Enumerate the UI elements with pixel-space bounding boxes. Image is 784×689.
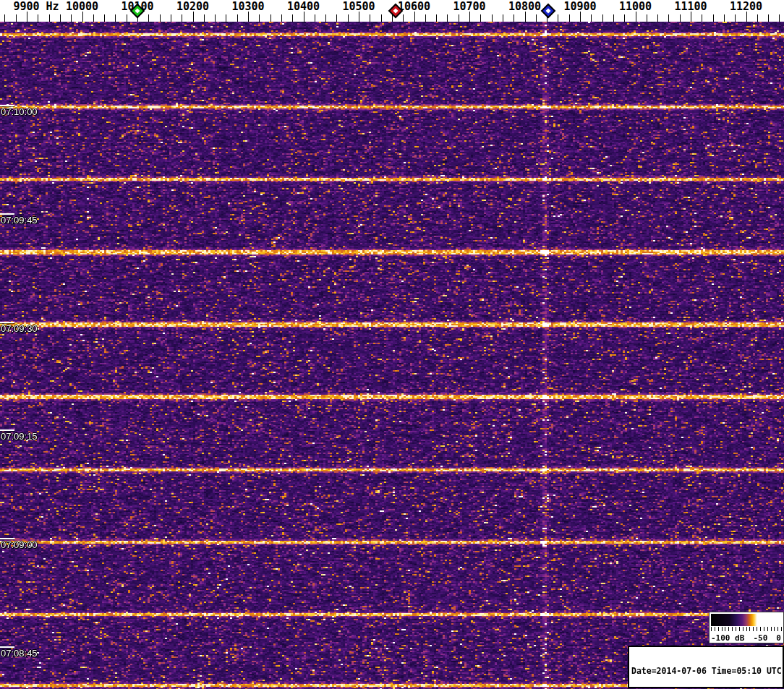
db-scale-tick [715,627,715,631]
db-scale-tick [743,627,743,631]
time-label: 07:08:45 [1,648,38,659]
ruler-minor-tick [370,14,370,22]
db-scale-panel: -100 dB -50 0 [709,612,784,643]
freq-label: 10300 [231,0,264,13]
db-scale-tick [725,627,725,631]
db-scale-tick [728,627,729,631]
ruler-minor-tick [735,14,736,22]
ruler-minor-tick [480,14,481,22]
db-scale-ticks [711,627,782,632]
green-diamond-marker-icon[interactable] [129,3,145,19]
time-label: 07:09:00 [1,539,38,550]
ruler-minor-tick [49,14,50,22]
ruler-minor-tick [127,14,127,22]
ruler-minor-tick [459,14,459,22]
db-scale-tick [739,627,740,631]
ruler-major-tick [359,12,359,22]
time-label: 07:09:45 [1,215,38,226]
db-scale-tick [736,627,736,631]
db-label-mid: -50 [753,633,767,643]
ruler-minor-tick [38,14,38,22]
ruler-minor-tick [668,14,669,22]
ruler-minor-tick [60,14,61,22]
ruler-minor-tick [315,14,315,22]
ruler-minor-tick [259,14,260,22]
ruler-minor-tick [215,14,216,22]
db-scale-tick [753,627,754,631]
time-label: 07:09:30 [1,323,38,334]
ruler-major-tick [304,12,304,22]
ruler-minor-tick [115,14,116,22]
freq-label: 9900 Hz [13,0,59,13]
ruler-minor-tick [104,14,105,22]
ruler-minor-tick [647,14,647,22]
ruler-major-tick [82,12,83,22]
freq-label: 10900 [563,0,596,13]
ruler-minor-tick [536,14,537,22]
time-label: 07:09:15 [1,431,38,442]
waterfall-display: 07:10:0007:09:4507:09:3007:09:1507:09:00… [0,22,784,689]
freq-label: 10200 [176,0,209,13]
waterfall-canvas [0,22,784,689]
db-scale-labels: -100 dB -50 0 [711,633,781,643]
db-scale-tick [781,627,782,631]
frequency-ruler[interactable]: 9900 Hz100001010010200103001040010500106… [0,0,784,22]
freq-label: 11100 [674,0,707,13]
ruler-minor-tick [558,14,558,22]
freq-label: 10000 [66,0,98,13]
blue-diamond-marker-icon[interactable] [540,3,556,19]
db-scale-tick [718,627,719,631]
db-scale-tick [767,627,768,631]
ruler-major-tick [469,12,470,22]
info-box: Date=2014-07-06 Time=05:10 UTC Freq=143 … [628,646,784,688]
ruler-major-tick [525,12,526,22]
db-scale-tick [777,627,778,631]
db-scale-tick [757,627,757,631]
freq-label: 10500 [342,0,375,13]
ruler-minor-tick [713,14,714,22]
db-scale-tick [749,627,750,631]
ruler-minor-tick [381,14,382,22]
db-scale-tick [746,627,747,631]
ruler-minor-tick [325,14,326,22]
db-scale-tick [774,627,775,631]
db-label-max: 0 [776,633,781,643]
db-scale-tick [722,627,723,631]
db-scale-tick [760,627,761,631]
db-gradient-bar [711,614,782,626]
info-line-datetime: Date=2014-07-06 Time=05:10 UTC [631,667,780,676]
db-scale-tick [771,627,772,631]
ruler-minor-tick [680,14,681,22]
ruler-minor-tick [768,14,769,22]
db-scale-tick [711,627,712,631]
ruler-minor-tick [436,14,437,22]
ruler-minor-tick [237,14,238,22]
ruler-major-tick [691,12,691,22]
ruler-minor-tick [348,14,349,22]
ruler-major-tick [636,12,636,22]
ruler-minor-tick [292,14,293,22]
ruler-minor-tick [724,14,725,22]
ruler-major-tick [746,12,747,22]
ruler-minor-tick [270,14,271,22]
ruler-major-tick [248,12,249,22]
red-diamond-marker-icon[interactable] [388,3,404,19]
ruler-minor-tick [503,14,503,22]
freq-label: 10400 [287,0,320,13]
ruler-major-tick [414,12,415,22]
db-scale-tick [764,627,764,631]
ruler-minor-tick [171,14,171,22]
ruler-minor-tick [624,14,625,22]
ruler-minor-tick [569,14,570,22]
ruler-minor-tick [4,14,5,22]
ruler-minor-tick [757,14,758,22]
ruler-minor-tick [182,14,182,22]
freq-label: 10700 [453,0,485,13]
ruler-minor-tick [591,14,592,22]
time-label: 07:10:00 [1,106,38,117]
ruler-minor-tick [613,14,614,22]
ruler-minor-tick [204,14,205,22]
ruler-minor-tick [779,14,780,22]
ruler-minor-tick [425,14,426,22]
ruler-minor-tick [702,14,702,22]
